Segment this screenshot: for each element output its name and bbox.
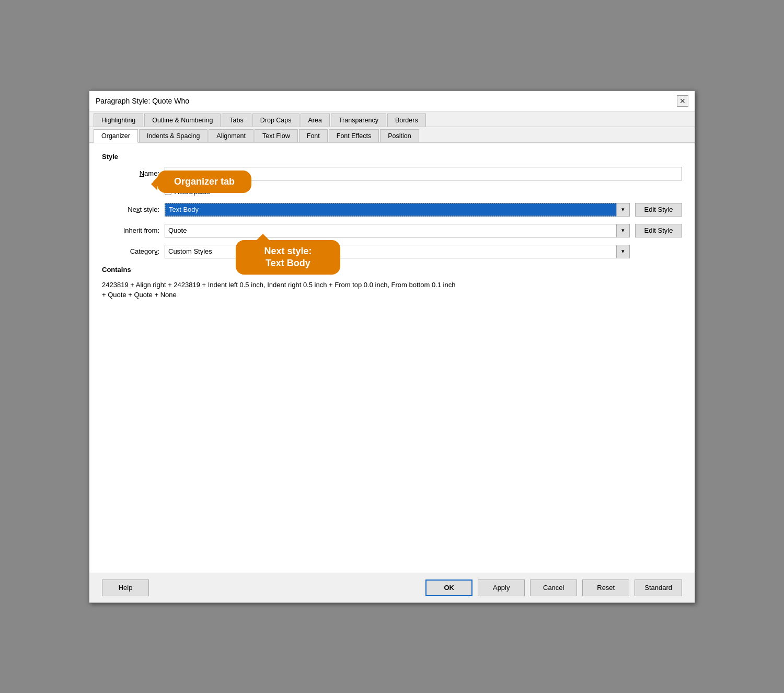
autoupdate-row: AutoUpdate [165,188,682,196]
autoupdate-label: AutoUpdate [175,188,211,196]
help-button[interactable]: Help [102,580,149,596]
category-select[interactable]: Custom Styles [165,245,630,258]
edit-style-button-1[interactable]: Edit Style [635,203,682,217]
tab-transparency[interactable]: Transparency [331,113,386,127]
tab-drop-caps[interactable]: Drop Caps [252,113,299,127]
paragraph-style-dialog: Paragraph Style: Quote Who ✕ Highlightin… [89,90,695,603]
tab-position[interactable]: Position [380,129,419,142]
footer-left: Help [102,580,149,596]
category-select-wrapper: Custom Styles ▾ [165,245,630,258]
category-row: Category: Custom Styles ▾ [102,245,682,258]
next-style-label: Next style: [102,206,159,213]
tab-area[interactable]: Area [301,113,330,127]
tab-tabs[interactable]: Tabs [222,113,251,127]
tab-alignment[interactable]: Alignment [209,129,253,142]
tab-font[interactable]: Font [299,129,328,142]
next-style-select-wrapper: Text Body ▾ [165,203,630,217]
next-style-select[interactable]: Text Body [165,203,630,217]
tab-bar-bottom: Organizer Indents & Spacing Alignment Te… [89,127,695,143]
name-row: Name: [102,167,682,180]
tab-indents-spacing[interactable]: Indents & Spacing [139,129,207,142]
apply-button[interactable]: Apply [478,580,525,596]
name-label: Name: [102,169,159,177]
contains-section-title: Contains [102,266,682,274]
inherit-from-select[interactable]: Quote [165,224,630,237]
tab-outline-numbering[interactable]: Outline & Numbering [144,113,221,127]
contains-section: Contains 2423819 + Align right + 2423819… [102,266,682,300]
title-bar: Paragraph Style: Quote Who ✕ [89,91,695,111]
inherit-from-row: Inherit from: Quote ▾ Edit Style [102,224,682,237]
tab-text-flow[interactable]: Text Flow [255,129,298,142]
edit-style-button-2[interactable]: Edit Style [635,224,682,237]
inherit-from-label: Inherit from: [102,226,159,234]
reset-button[interactable]: Reset [582,580,629,596]
tab-organizer[interactable]: Organizer [94,129,138,143]
category-label: Category: [102,247,159,255]
dialog-title: Paragraph Style: Quote Who [96,97,189,105]
contains-text: 2423819 + Align right + 2423819 + Indent… [102,280,682,300]
dialog-footer: Help OK Apply Cancel Reset Standard [89,573,695,603]
next-style-row: Next style: Text Body ▾ Edit Style [102,203,682,217]
name-input[interactable] [165,167,682,180]
cancel-button[interactable]: Cancel [530,580,577,596]
tab-bar-top: Highlighting Outline & Numbering Tabs Dr… [89,111,695,127]
close-button[interactable]: ✕ [677,95,688,107]
style-section-title: Style [102,153,682,161]
tab-font-effects[interactable]: Font Effects [329,129,379,142]
standard-button[interactable]: Standard [635,580,682,596]
content-area: Style Name: AutoUpdate Next style: Text … [89,143,695,573]
footer-right: OK Apply Cancel Reset Standard [425,580,682,596]
autoupdate-checkbox[interactable] [165,188,171,195]
tab-borders[interactable]: Borders [387,113,426,127]
ok-button[interactable]: OK [425,580,472,596]
category-dropdown-arrow[interactable]: ▾ [616,245,630,258]
inherit-from-select-wrapper: Quote ▾ [165,224,630,237]
inherit-from-dropdown-arrow[interactable]: ▾ [616,224,630,237]
next-style-dropdown-arrow[interactable]: ▾ [616,203,630,217]
tab-highlighting[interactable]: Highlighting [94,113,143,127]
